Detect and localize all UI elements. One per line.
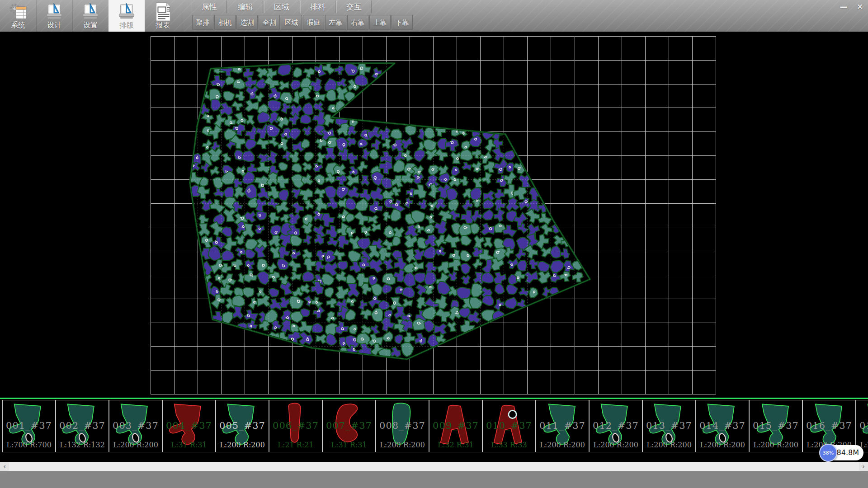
tool-button-defect[interactable]: 瑕疵 [303,15,324,30]
system-icon [8,1,28,21]
piece-label: 005_#37 [216,420,269,431]
layout-icon [116,1,137,21]
design-icon [44,1,65,21]
toolbar-button-label: 设计 [36,21,72,30]
piece-label: 012_#37 [590,420,642,431]
menu-item-properties[interactable]: 属性 [192,0,227,13]
horizontal-scrollbar[interactable]: ‹ › [0,462,868,471]
piece-thumbnail-003[interactable]: 003_#37L:200 R:200 [109,400,162,452]
piece-thumbnail-004[interactable]: 004_#37L:31 R:31 [162,400,216,452]
toolbar-button-label: 报表 [145,21,181,30]
nesting-workspace[interactable] [0,32,868,398]
settings-icon [80,1,101,21]
tool-button-snap-right[interactable]: 右靠 [347,15,368,30]
progress-circle: 38% [819,444,837,462]
piece-label: 004_#37 [163,420,215,431]
piece-counts: L:33 R:33 [483,441,535,449]
piece-counts: L:200 R:200 [643,441,695,449]
status-bar [0,471,868,488]
piece-thumbnail-008[interactable]: 008_#37L:200 R:200 [376,400,429,452]
toolbar-button-label: 系统 [0,21,36,30]
piece-counts: L:31 R:31 [163,441,215,449]
piece-counts: L:200 R:200 [109,441,162,449]
piece-label: 009_#37 [429,420,482,431]
piece-thumbnail-006[interactable]: 006_#37L:21 R:21 [269,400,322,452]
toolbar-button-settings[interactable]: 设置 [72,0,109,32]
piece-label: 011_#37 [536,420,589,431]
tool-button-cluster-nest[interactable]: 聚排 [192,15,213,30]
piece-thumbnail-001[interactable]: 001_#37L:700 R:700 [2,400,56,452]
piece-thumbnail-007[interactable]: 007_#37L:31 R:31 [322,400,376,452]
piece-label: 014_#37 [696,420,749,431]
piece-label: 007_#37 [323,420,375,431]
piece-thumbnail-005[interactable]: 005_#37L:200 R:200 [216,400,269,452]
toolbar-button-design[interactable]: 设计 [36,0,73,32]
piece-thumbnail-013[interactable]: 013_#37L:200 R:200 [642,400,696,452]
piece-thumbnail-015[interactable]: 015_#37L:200 R:200 [749,400,802,452]
piece-label: 002_#37 [56,420,108,431]
piece-counts: L:200 R:200 [216,441,269,449]
toolbar-button-system[interactable]: 系统 [0,0,37,32]
minimize-button[interactable]: — [837,1,850,13]
report-icon [152,1,173,21]
piece-counts: L:31 R:31 [323,441,375,449]
piece-thumbnail-010[interactable]: 010_#37L:33 R:33 [482,400,536,452]
piece-counts: L:200 R:200 [750,441,802,449]
piece-counts: L:200 R:200 [536,441,589,449]
piece-label: 013_#37 [643,420,695,431]
piece-label: 015_#37 [750,420,802,431]
scroll-right-arrow[interactable]: › [859,462,868,471]
tool-button-select-cut[interactable]: 选割 [236,15,258,30]
piece-counts: L:132 R:132 [56,441,108,449]
nesting-canvas[interactable] [0,32,868,398]
piece-label: 006_#37 [269,420,322,431]
piece-thumbnail-strip: 001_#37L:700 R:700002_#37L:132 R:132003_… [0,398,868,462]
piece-label: 001_#37 [3,420,55,431]
piece-thumbnail-011[interactable]: 011_#37L:200 R:200 [536,400,589,452]
tool-button-cut-all[interactable]: 全割 [259,15,280,30]
piece-counts: L:21 R:21 [269,441,322,449]
toolbar-button-report[interactable]: 报表 [145,0,181,32]
tool-button-snap-top[interactable]: 上靠 [369,15,391,30]
piece-label: 017_#37 [856,420,868,431]
piece-counts: L:32 R:31 [429,441,482,449]
toolbar-button-label: 排版 [108,21,145,30]
menu-item-nesting[interactable]: 排料 [300,0,335,13]
piece-counts: L:700 R:700 [3,441,55,449]
piece-thumbnail-012[interactable]: 012_#37L:200 R:200 [589,400,642,452]
piece-counts: L:200 R:200 [696,441,749,449]
piece-counts: L:200 R:200 [376,441,429,449]
tool-button-snap-left[interactable]: 左靠 [325,15,346,30]
progress-badge: 384.8M 38% [819,444,863,462]
piece-label: 003_#37 [109,420,162,431]
piece-label: 008_#37 [376,420,429,431]
tool-button-region[interactable]: 区域 [281,15,302,30]
menu-bar: 属性编辑区域排料交互 [192,0,372,13]
piece-thumbnail-014[interactable]: 014_#37L:200 R:200 [696,400,749,452]
piece-label: 016_#37 [803,420,855,431]
tool-button-camera[interactable]: 相机 [214,15,236,30]
tool-button-row: 聚排相机选割全割区域瑕疵左靠右靠上靠下靠 [192,15,413,30]
tool-button-snap-bottom[interactable]: 下靠 [392,15,413,30]
progress-value: 38% [823,450,834,456]
menu-item-edit[interactable]: 编辑 [228,0,263,13]
strip-top-line [0,398,868,399]
menu-item-interactive[interactable]: 交互 [336,0,372,13]
piece-thumbnail-009[interactable]: 009_#37L:32 R:31 [429,400,482,452]
piece-label: 010_#37 [483,420,535,431]
close-button[interactable]: ✕ [854,1,866,13]
toolbar-button-layout[interactable]: 排版 [108,0,145,32]
scroll-left-arrow[interactable]: ‹ [0,462,9,471]
piece-counts: L:200 R:200 [590,441,642,449]
top-toolbar: 系统设计设置排版报表 属性编辑区域排料交互 聚排相机选割全割区域瑕疵左靠右靠上靠… [0,0,868,32]
piece-thumbnail-002[interactable]: 002_#37L:132 R:132 [56,400,109,452]
menu-item-region[interactable]: 区域 [264,0,299,13]
toolbar-button-label: 设置 [72,21,108,30]
